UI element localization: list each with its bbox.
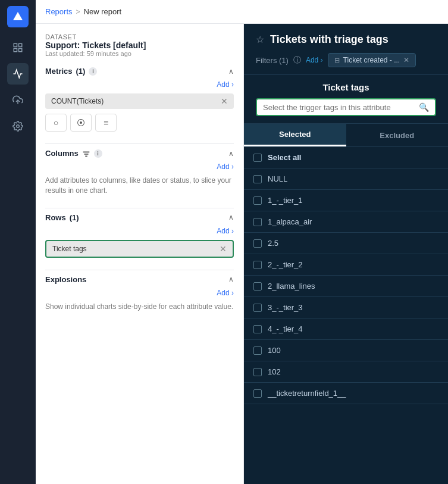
search-icon[interactable]: 🔍 — [419, 102, 429, 112]
favorite-star-icon[interactable]: ☆ — [256, 34, 264, 45]
tag-row-2-tier-2[interactable]: 2_-_tier_2 — [244, 254, 448, 276]
tag-row-2-llama-lines[interactable]: 2_llama_lines — [244, 276, 448, 297]
columns-section-title: Columns i — [45, 149, 102, 158]
dataset-info: Dataset Support: Tickets [default] Last … — [45, 33, 234, 57]
metrics-section-title: Metrics (1) i — [45, 67, 97, 76]
tag-label-select-all: Select all — [268, 153, 301, 162]
metrics-collapse-icon[interactable]: ∧ — [228, 67, 234, 76]
svg-point-6 — [17, 125, 20, 128]
add-filter-button[interactable]: Add › — [306, 56, 323, 64]
columns-label: Columns — [45, 149, 79, 158]
filter-chip-text[interactable]: Ticket created - ... — [343, 56, 400, 64]
tag-row-1-alpaca-air[interactable]: 1_alpaca_air — [244, 211, 448, 233]
main-content: Reports > New report Dataset Support: Ti… — [36, 0, 448, 484]
metric-item: COUNT(Tickets) ✕ — [45, 93, 234, 109]
metrics-info-icon[interactable]: i — [89, 67, 97, 76]
filters-info-icon[interactable]: ⓘ — [293, 55, 301, 65]
tag-checkbox-102[interactable] — [253, 368, 262, 376]
tag-row-null[interactable]: NULL — [244, 168, 448, 190]
explosions-section-title: Explosions — [45, 275, 86, 284]
tag-search-input[interactable] — [263, 103, 415, 112]
filter-chip-remove-button[interactable]: ✕ — [403, 56, 409, 64]
viz-dot-button[interactable]: ⦿ — [70, 114, 92, 132]
columns-collapse-icon[interactable]: ∧ — [228, 149, 234, 158]
tag-row-102[interactable]: 102 — [244, 361, 448, 383]
metrics-section-header: Metrics (1) i ∧ — [45, 67, 234, 76]
tag-label-ticketreturnfield: __ticketreturnfield_1__ — [268, 389, 346, 398]
sidebar-item-reports[interactable] — [7, 63, 29, 85]
dataset-label: Dataset — [45, 33, 234, 40]
svg-marker-0 — [13, 12, 23, 20]
left-panel: Dataset Support: Tickets [default] Last … — [36, 24, 244, 484]
explosions-add-link[interactable]: Add — [45, 289, 234, 297]
tag-row-2-5[interactable]: 2.5 — [244, 233, 448, 254]
divider-3 — [45, 270, 234, 270]
breadcrumb-current: New report — [84, 7, 122, 16]
tag-checkbox-1-alpaca-air[interactable] — [253, 218, 262, 226]
top-nav: Reports > New report — [36, 0, 448, 24]
divider-1 — [45, 143, 234, 144]
tag-row-4-tier-4[interactable]: 4_-_tier_4 — [244, 318, 448, 340]
tag-checkbox-1-tier-1[interactable] — [253, 196, 262, 205]
report-title: Tickets with triage tags — [270, 33, 389, 46]
columns-info-icon[interactable]: i — [94, 149, 102, 158]
svg-rect-4 — [19, 49, 22, 52]
metrics-count: (1) — [76, 67, 86, 76]
columns-section-header: Columns i ∧ — [45, 149, 234, 158]
filter-chip: ⊟ Ticket created - ... ✕ — [328, 53, 416, 67]
tag-row-100[interactable]: 100 — [244, 340, 448, 361]
tag-checkbox-null[interactable] — [253, 175, 262, 183]
svg-rect-2 — [19, 43, 22, 46]
tag-label-100: 100 — [268, 346, 281, 355]
tag-checkbox-2-llama-lines[interactable] — [253, 282, 262, 291]
sidebar-item-home[interactable] — [7, 37, 29, 58]
filter-funnel-icon: ⊟ — [334, 57, 340, 64]
metric-item-label: COUNT(Tickets) — [51, 97, 104, 105]
tag-label-3-tier-3: 3_-_tier_3 — [268, 303, 303, 312]
tag-label-4-tier-4: 4_-_tier_4 — [268, 324, 303, 333]
tag-label-2-llama-lines: 2_llama_lines — [268, 282, 315, 291]
viz-circle-button[interactable]: ○ — [45, 114, 67, 132]
explosions-collapse-icon[interactable]: ∧ — [228, 275, 234, 283]
app-logo[interactable] — [7, 6, 29, 27]
columns-add-link[interactable]: Add — [45, 163, 234, 171]
viz-bar-button[interactable]: ≡ — [95, 114, 117, 132]
tag-row-select-all[interactable]: Select all — [244, 147, 448, 168]
breadcrumb-reports-link[interactable]: Reports — [45, 7, 73, 16]
dataset-updated: Last updated: 59 minutes ago — [45, 50, 234, 57]
tag-row-1[interactable]: 1_-_tier_1 — [244, 190, 448, 211]
tag-row-3-tier-3[interactable]: 3_-_tier_3 — [244, 297, 448, 318]
tag-checkbox-ticketreturnfield[interactable] — [253, 389, 262, 398]
svg-rect-3 — [14, 49, 17, 52]
filters-row: Filters (1) ⓘ Add › ⊟ Ticket created - .… — [256, 53, 436, 67]
rows-collapse-icon[interactable]: ∧ — [228, 213, 234, 221]
tag-checkbox-3-tier-3[interactable] — [253, 304, 262, 312]
row-item: Ticket tags ✕ — [45, 240, 234, 258]
tag-label-null: NULL — [268, 174, 287, 183]
tag-checkbox-2-5[interactable] — [253, 239, 262, 248]
tag-checkbox-4-tier-4[interactable] — [253, 325, 262, 333]
rows-count: (1) — [70, 213, 79, 222]
dataset-name[interactable]: Support: Tickets [default] — [45, 40, 234, 50]
content-area: Dataset Support: Tickets [default] Last … — [36, 24, 448, 484]
tags-panel: Ticket tags 🔍 Selected Excluded Select a… — [244, 75, 448, 484]
metric-remove-button[interactable]: ✕ — [221, 97, 228, 105]
sidebar-item-upload[interactable] — [7, 89, 29, 111]
rows-add-link[interactable]: Add — [45, 227, 234, 235]
tag-label-102: 102 — [268, 367, 281, 376]
sidebar-item-settings[interactable] — [7, 115, 29, 137]
metrics-label: Metrics — [45, 67, 73, 76]
tag-checkbox-select-all[interactable] — [253, 154, 262, 162]
tab-selected[interactable]: Selected — [244, 124, 346, 146]
explosions-section: Explosions ∧ Add Show individual charts … — [45, 275, 234, 312]
tag-checkbox-100[interactable] — [253, 346, 262, 355]
report-title-row: ☆ Tickets with triage tags — [256, 33, 436, 46]
row-remove-button[interactable]: ✕ — [220, 245, 227, 253]
divider-2 — [45, 208, 234, 208]
right-panel: ☆ Tickets with triage tags Filters (1) ⓘ… — [244, 24, 448, 484]
tag-checkbox-2-tier-2[interactable] — [253, 261, 262, 269]
metrics-add-link[interactable]: Add — [45, 80, 234, 89]
metrics-section: Metrics (1) i ∧ Add COUNT(Tickets) ✕ ○ ⦿… — [45, 67, 234, 132]
tag-row-ticketreturnfield[interactable]: __ticketreturnfield_1__ — [244, 383, 448, 404]
tab-excluded[interactable]: Excluded — [346, 124, 449, 146]
